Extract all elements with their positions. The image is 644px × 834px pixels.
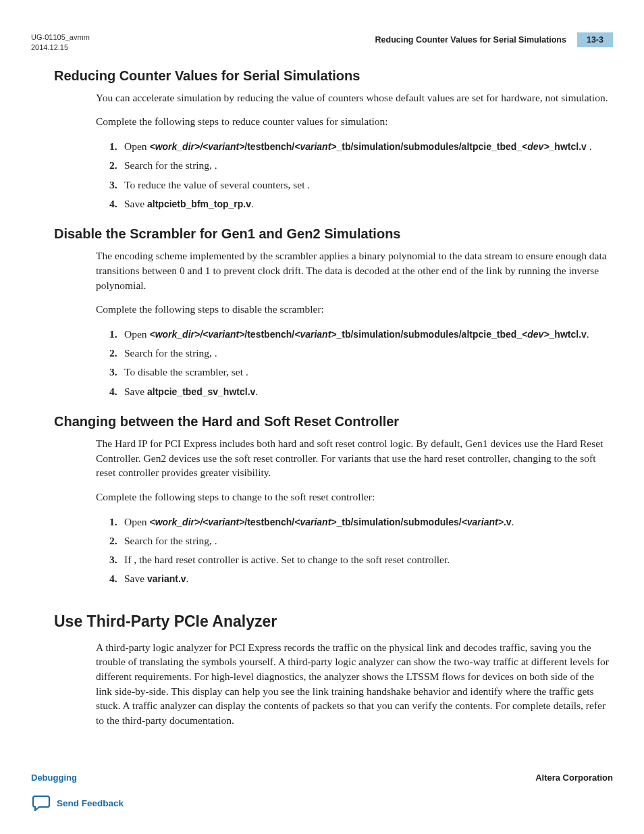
path-seg: <dev> bbox=[522, 141, 549, 152]
section-heading-disable-scrambler: Disable the Scrambler for Gen1 and Gen2 … bbox=[54, 226, 613, 242]
path-seg: <work_dir>/<variant> bbox=[149, 517, 244, 527]
step-item: Open <work_dir>/<variant>/testbench/<var… bbox=[109, 326, 613, 342]
path-seg: _tb/simulation/submodules/altpcie_tbed_ bbox=[336, 329, 522, 340]
path-seg: <dev> bbox=[522, 329, 549, 340]
text: Open bbox=[124, 140, 149, 152]
text: . bbox=[251, 198, 254, 209]
path-seg: _tb/simulation/submodules/altpcie_tbed_ bbox=[336, 141, 522, 152]
text: Open bbox=[124, 328, 149, 340]
text: . bbox=[589, 140, 592, 152]
section-heading-reducing-counters: Reducing Counter Values for Serial Simul… bbox=[54, 68, 613, 84]
step-item: Search for the string, . bbox=[109, 345, 613, 361]
path-seg: <work_dir>/<variant> bbox=[149, 329, 244, 340]
step-item: Search for the string, . bbox=[109, 533, 613, 548]
para: The encoding scheme implemented by the s… bbox=[96, 249, 613, 292]
path-seg: _hwtcl.v bbox=[549, 141, 589, 152]
filename: altpcietb_bfm_top_rp.v bbox=[147, 199, 251, 209]
step-item: To reduce the value of several counters,… bbox=[109, 177, 613, 192]
text: Save bbox=[124, 386, 147, 397]
path-seg: <variant> bbox=[462, 517, 504, 527]
step-list: Open <work_dir>/<variant>/testbench/<var… bbox=[109, 514, 613, 587]
step-item: To disable the scrambler, set . bbox=[109, 364, 613, 380]
speech-bubble-icon bbox=[31, 795, 50, 811]
para: The Hard IP for PCI Express includes bot… bbox=[96, 436, 613, 480]
path-seg: <variant> bbox=[294, 141, 336, 152]
step-item: Search for the string, . bbox=[109, 157, 613, 173]
step-item: Save variant.v. bbox=[109, 571, 613, 586]
filename: variant.v bbox=[147, 573, 186, 584]
para: Complete the following steps to change t… bbox=[96, 490, 613, 504]
section-heading-reset-controller: Changing between the Hard and Soft Reset… bbox=[54, 414, 613, 429]
header-right: Reducing Counter Values for Serial Simul… bbox=[375, 32, 613, 47]
header-title: Reducing Counter Values for Serial Simul… bbox=[375, 35, 566, 45]
send-feedback-link[interactable]: Send Feedback bbox=[57, 798, 124, 808]
doc-id: UG-01105_avmm bbox=[31, 32, 90, 43]
text: . bbox=[512, 516, 514, 527]
page-header: UG-01105_avmm 2014.12.15 Reducing Counte… bbox=[31, 32, 613, 53]
filename: altpcie_tbed_sv_hwtcl.v bbox=[147, 386, 255, 397]
text: Save bbox=[124, 198, 147, 209]
para: You can accelerate simulation by reducin… bbox=[96, 90, 613, 105]
step-list: Open <work_dir>/<variant>/testbench/<var… bbox=[109, 138, 613, 211]
step-item: Open <work_dir>/<variant>/testbench/<var… bbox=[109, 138, 613, 154]
page-footer: Debugging Altera Corporation Send Feedba… bbox=[31, 770, 613, 811]
text: Save bbox=[124, 573, 147, 584]
step-item: Save altpcie_tbed_sv_hwtcl.v. bbox=[109, 384, 613, 399]
doc-date: 2014.12.15 bbox=[31, 43, 90, 53]
footer-link-debugging[interactable]: Debugging bbox=[31, 773, 77, 783]
path-seg: .v bbox=[504, 517, 512, 527]
header-left: UG-01105_avmm 2014.12.15 bbox=[31, 32, 90, 53]
path-seg: _hwtcl.v bbox=[549, 329, 587, 340]
path-seg: <work_dir>/<variant> bbox=[149, 141, 244, 152]
path-seg: /testbench/ bbox=[244, 517, 294, 527]
page-number-badge: 13-3 bbox=[577, 32, 613, 47]
step-list: Open <work_dir>/<variant>/testbench/<var… bbox=[109, 326, 613, 399]
step-item: Save altpcietb_bfm_top_rp.v. bbox=[109, 196, 613, 211]
footer-corporation: Altera Corporation bbox=[535, 773, 613, 783]
para: Complete the following steps to disable … bbox=[96, 302, 613, 317]
step-item: If , the hard reset controller is active… bbox=[109, 552, 613, 567]
feedback-row: Send Feedback bbox=[31, 795, 613, 811]
footer-row: Debugging Altera Corporation bbox=[31, 770, 613, 783]
text: . bbox=[587, 328, 589, 340]
path-seg: _tb/simulation/submodules/ bbox=[336, 517, 461, 527]
para: A third-party logic analyzer for PCI Exp… bbox=[96, 640, 613, 728]
path-seg: /testbench/ bbox=[244, 141, 294, 152]
path-seg: <variant> bbox=[294, 329, 336, 340]
text: . bbox=[255, 386, 258, 397]
path-seg: <variant> bbox=[294, 517, 336, 527]
step-item: Open <work_dir>/<variant>/testbench/<var… bbox=[109, 514, 613, 529]
section-heading-third-party-analyzer: Use Third-Party PCIe Analyzer bbox=[54, 613, 613, 631]
text: Open bbox=[124, 516, 149, 527]
para: Complete the following steps to reduce c… bbox=[96, 114, 613, 129]
path-seg: /testbench/ bbox=[244, 329, 294, 340]
text: . bbox=[186, 573, 189, 584]
